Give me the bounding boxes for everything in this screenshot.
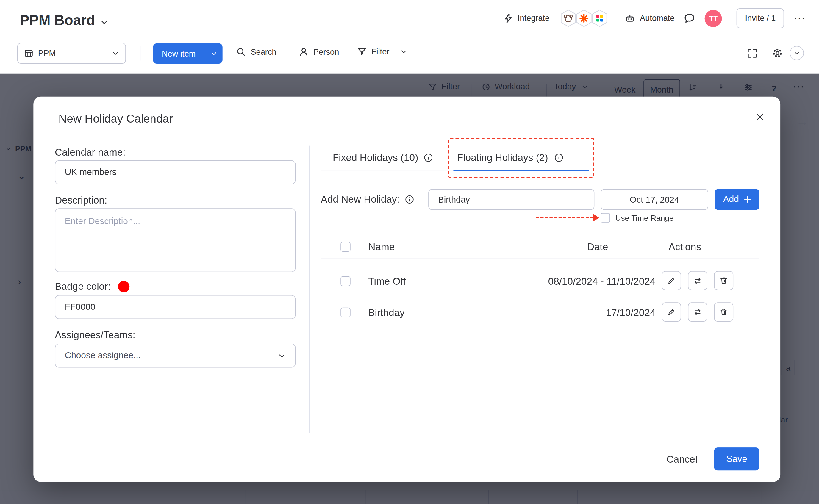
holiday-date-input[interactable] <box>601 189 708 210</box>
tab-fixed-label: Fixed Holidays (10) <box>333 152 418 164</box>
board-title-chevron-icon[interactable] <box>100 18 109 26</box>
badge-color-input[interactable] <box>55 295 296 319</box>
automate-button[interactable]: Automate <box>625 13 674 24</box>
filter-label: Filter <box>371 47 389 57</box>
integrate-button[interactable]: Integrate <box>503 13 550 24</box>
integration-app-icons[interactable] <box>559 9 609 28</box>
invite-label: Invite / 1 <box>745 14 776 23</box>
table-header-name: Name <box>368 241 395 253</box>
move-button[interactable] <box>688 302 707 322</box>
row-checkbox[interactable] <box>340 308 350 317</box>
top-header: PPM Board Integrate <box>0 0 819 73</box>
select-all-checkbox[interactable] <box>340 242 350 252</box>
use-time-range-checkbox[interactable] <box>601 213 610 223</box>
person-label: Person <box>313 47 339 57</box>
table-header-date: Date <box>587 241 608 253</box>
header-more-options-button[interactable]: ⋯ <box>793 12 805 24</box>
use-time-range-label: Use Time Range <box>615 214 674 223</box>
holiday-date: 08/10/2024 - 11/10/2024 <box>548 276 656 287</box>
tab-fixed-holidays[interactable]: Fixed Holidays (10) <box>333 152 433 164</box>
new-item-split-button: New item <box>153 43 222 64</box>
integrate-label: Integrate <box>518 14 549 23</box>
new-item-label: New item <box>162 49 196 58</box>
search-label: Search <box>251 47 276 57</box>
move-button[interactable] <box>688 271 707 290</box>
invite-button[interactable]: Invite / 1 <box>737 8 784 28</box>
view-selector-label: PPM <box>38 48 56 58</box>
calendar-name-input[interactable] <box>55 160 296 184</box>
person-filter-button[interactable]: Person <box>299 47 339 57</box>
holiday-date: 17/10/2024 <box>606 307 656 319</box>
apps-app-icon <box>590 9 609 28</box>
annotation-arrow-head <box>593 214 599 222</box>
modal-title: New Holiday Calendar <box>59 112 173 126</box>
badge-color-dot <box>118 281 130 292</box>
app-window: PPM Board Integrate <box>0 0 819 504</box>
row-actions <box>662 302 733 322</box>
person-icon <box>299 47 309 57</box>
new-item-button[interactable]: New item <box>153 43 204 64</box>
table-header-divider <box>321 259 759 259</box>
new-holiday-calendar-modal: New Holiday Calendar Calendar name: Desc… <box>33 97 780 482</box>
save-button[interactable]: Save <box>714 447 759 470</box>
tab-highlight-annotation <box>448 138 594 178</box>
holiday-name: Birthday <box>368 307 404 319</box>
filter-button[interactable]: Filter <box>357 47 407 57</box>
modal-close-button[interactable] <box>755 112 765 122</box>
row-checkbox[interactable] <box>340 276 350 286</box>
integrate-icon <box>503 13 513 24</box>
assignee-select-value: Choose assignee... <box>65 350 141 361</box>
row-actions <box>662 271 733 290</box>
collapse-header-button[interactable] <box>790 46 804 60</box>
info-icon[interactable] <box>405 195 414 204</box>
delete-button[interactable] <box>714 302 733 322</box>
table-header-actions: Actions <box>669 241 701 253</box>
edit-button[interactable] <box>662 302 681 322</box>
page-title: PPM Board <box>20 12 95 29</box>
annotation-arrow-line <box>536 217 593 218</box>
search-icon <box>236 47 246 57</box>
description-label: Description: <box>55 195 107 206</box>
holiday-name: Time Off <box>368 276 406 287</box>
new-item-dropdown-button[interactable] <box>204 43 222 64</box>
add-button-label: Add <box>723 194 739 205</box>
modal-header-divider <box>59 137 759 137</box>
add-new-holiday-label: Add New Holiday: <box>321 194 400 205</box>
filter-funnel-icon <box>357 47 367 57</box>
description-textarea[interactable] <box>55 208 296 272</box>
chat-button[interactable] <box>684 12 695 24</box>
assignee-select[interactable]: Choose assignee... <box>55 344 296 368</box>
edit-button[interactable] <box>662 271 681 290</box>
modal-column-divider <box>309 146 310 433</box>
user-avatar[interactable]: TT <box>705 10 722 27</box>
add-holiday-button[interactable]: Add <box>715 189 759 210</box>
assignees-label: Assignees/Teams: <box>55 329 135 341</box>
robot-icon <box>625 13 635 24</box>
holiday-name-input[interactable] <box>428 189 594 210</box>
settings-button[interactable] <box>772 48 783 59</box>
cancel-button[interactable]: Cancel <box>667 454 698 465</box>
add-new-holiday-group: Add New Holiday: <box>321 194 414 205</box>
badge-color-label: Badge color: <box>55 281 110 292</box>
delete-button[interactable] <box>714 271 733 290</box>
view-selector[interactable]: PPM <box>17 43 126 64</box>
select-chevron-icon <box>278 352 286 359</box>
table-view-icon <box>24 48 34 58</box>
view-selector-chevron-icon <box>112 50 119 57</box>
plus-icon <box>744 196 751 203</box>
info-icon[interactable] <box>423 153 433 162</box>
calendar-name-label: Calendar name: <box>55 147 125 158</box>
filter-chevron-icon[interactable] <box>400 48 408 55</box>
automate-label: Automate <box>640 14 674 23</box>
toolbar-divider <box>140 46 140 60</box>
fullscreen-button[interactable] <box>747 48 757 58</box>
search-button[interactable]: Search <box>236 47 276 57</box>
